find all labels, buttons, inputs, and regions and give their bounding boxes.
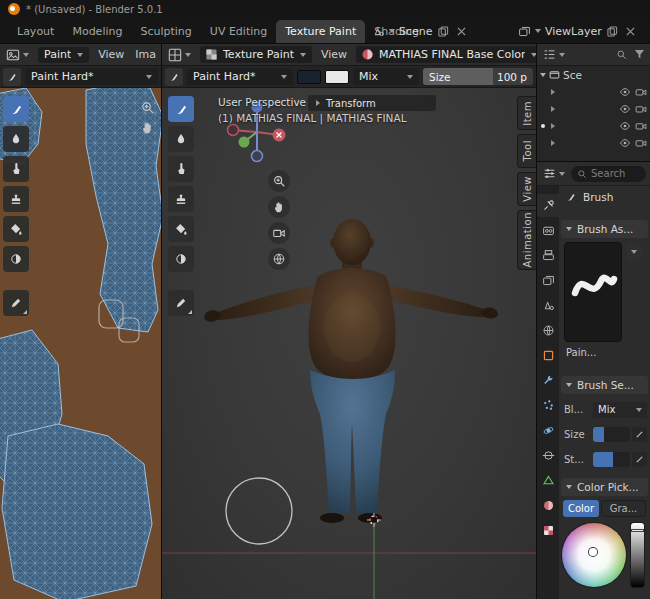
pan-hand-icon[interactable] [137, 117, 157, 137]
new-viewlayer-button[interactable] [606, 24, 620, 38]
sidebar-tab-item[interactable]: Item [517, 96, 536, 130]
properties-search-input[interactable]: Search [571, 166, 646, 182]
soften-tool[interactable] [168, 126, 194, 152]
outliner-row[interactable] [537, 134, 650, 151]
annotate-tool[interactable] [168, 290, 194, 316]
workspace-tab-modeling[interactable]: Modeling [63, 20, 131, 43]
outliner-row[interactable] [537, 100, 650, 117]
filter-icon[interactable] [632, 48, 646, 62]
properties-tab-scene[interactable] [537, 294, 559, 317]
blend-mode-dropdown[interactable]: Mix [353, 68, 419, 85]
properties-tab-physics[interactable] [537, 419, 559, 442]
brush-preview-chip[interactable] [165, 68, 183, 86]
texture-slot-dropdown[interactable]: MATHIAS FINAL Base Color [356, 46, 536, 63]
expand-icon[interactable] [551, 140, 555, 146]
brush-settings-panel-header[interactable]: Brush Se... [561, 376, 648, 394]
color-picker-panel-header[interactable]: Color Pick... [561, 478, 648, 496]
disable-render-camera-icon[interactable] [635, 120, 647, 132]
properties-tab-material[interactable] [537, 494, 559, 517]
color-wheel[interactable] [562, 523, 626, 587]
toggle-ortho-icon[interactable] [268, 248, 290, 270]
disable-render-camera-icon[interactable] [635, 103, 647, 115]
transform-operator-panel[interactable]: Transform [308, 95, 436, 111]
properties-tab-render[interactable] [537, 219, 559, 242]
properties-tab-world[interactable] [537, 319, 559, 342]
annotate-tool[interactable] [3, 290, 29, 316]
mask-tool[interactable] [3, 246, 29, 272]
new-scene-button[interactable] [437, 24, 451, 38]
brush-size-slider[interactable]: Size100 p [423, 68, 533, 85]
properties-tab-tool[interactable] [537, 194, 559, 217]
mask-tool[interactable] [168, 246, 194, 272]
mode-dropdown[interactable]: Texture Paint [200, 46, 312, 63]
fill-tool[interactable] [168, 216, 194, 242]
workspace-tab-uv-editing[interactable]: UV Editing [201, 20, 276, 43]
properties-tab-output[interactable] [537, 244, 559, 267]
draw-brush-tool[interactable] [3, 96, 29, 122]
image-mode-dropdown[interactable]: Paint [38, 47, 89, 63]
secondary-color-swatch[interactable] [325, 70, 349, 84]
clone-tool[interactable] [168, 186, 194, 212]
hide-eye-icon[interactable] [619, 86, 631, 98]
expand-icon[interactable] [551, 106, 555, 112]
soften-tool[interactable] [3, 126, 29, 152]
image-menu[interactable]: Ima [133, 48, 158, 61]
brush-asset-dropdown-button[interactable] [626, 244, 642, 260]
editor-type-button[interactable] [4, 47, 31, 63]
remove-viewlayer-button[interactable] [624, 24, 638, 38]
clone-tool[interactable] [3, 186, 29, 212]
properties-tab-view-layer[interactable] [537, 269, 559, 292]
outliner-row-active[interactable] [537, 117, 650, 134]
strength-pressure-toggle[interactable] [632, 452, 647, 467]
hide-eye-icon[interactable] [619, 103, 631, 115]
smear-tool[interactable] [168, 156, 194, 182]
workspace-tab-sculpting[interactable]: Sculpting [131, 20, 200, 43]
color-wheel-cursor[interactable] [589, 548, 597, 556]
strength-slider[interactable] [593, 452, 630, 467]
sidebar-tab-tool[interactable]: Tool [517, 134, 536, 168]
brush-select-dropdown[interactable]: Paint Hard* [25, 68, 158, 85]
smear-tool[interactable] [3, 156, 29, 182]
editor-type-button[interactable] [541, 166, 567, 181]
properties-tab-object[interactable] [537, 344, 559, 367]
sidebar-tab-animation[interactable]: Animation [517, 210, 536, 270]
brush-preview-chip[interactable] [3, 68, 21, 86]
pan-hand-icon[interactable] [268, 196, 290, 218]
hide-eye-icon[interactable] [619, 137, 631, 149]
editor-type-button[interactable] [541, 47, 567, 62]
search-icon[interactable] [614, 48, 628, 62]
outliner-row[interactable] [537, 83, 650, 100]
viewport-canvas[interactable]: User Perspective (1) MATHIAS FINAL | MAT… [162, 88, 536, 599]
disable-render-camera-icon[interactable] [635, 137, 647, 149]
brush-asset-preview[interactable] [564, 242, 622, 342]
brush-asset-panel-header[interactable]: Brush As... [561, 220, 648, 238]
view-menu[interactable]: View [96, 48, 126, 61]
properties-tab-constraints[interactable] [537, 444, 559, 467]
uv-paint-canvas[interactable] [0, 88, 161, 599]
workspace-tab-layout[interactable]: Layout [8, 20, 63, 43]
outliner-row-scene-collection[interactable]: Sce [537, 66, 650, 83]
properties-tab-texture[interactable] [537, 519, 559, 542]
expand-icon[interactable] [540, 73, 546, 77]
size-pressure-toggle[interactable] [632, 427, 647, 442]
gradient-tab[interactable]: Gra... [601, 500, 646, 517]
viewlayer-selector[interactable]: ViewLayer [518, 18, 638, 44]
brush-select-dropdown[interactable]: Paint Hard* [187, 68, 293, 85]
color-tab[interactable]: Color [563, 500, 599, 517]
workspace-tab-texture-paint[interactable]: Texture Paint [276, 20, 365, 43]
editor-type-button[interactable] [166, 47, 193, 63]
sidebar-tab-view[interactable]: View [517, 172, 536, 206]
unlink-scene-button[interactable] [455, 24, 469, 38]
zoom-icon[interactable] [268, 170, 290, 192]
blend-mode-dropdown[interactable]: Mix [593, 402, 647, 418]
hide-eye-icon[interactable] [619, 120, 631, 132]
size-slider[interactable] [593, 427, 630, 442]
value-slider-handle[interactable] [631, 529, 644, 532]
properties-tab-particles[interactable] [537, 394, 559, 417]
camera-view-icon[interactable] [268, 222, 290, 244]
expand-icon[interactable] [551, 123, 555, 129]
properties-tab-object-data[interactable] [537, 469, 559, 492]
primary-color-swatch[interactable] [297, 70, 321, 84]
value-slider[interactable] [631, 523, 644, 587]
scene-selector[interactable]: Scene [372, 18, 469, 44]
